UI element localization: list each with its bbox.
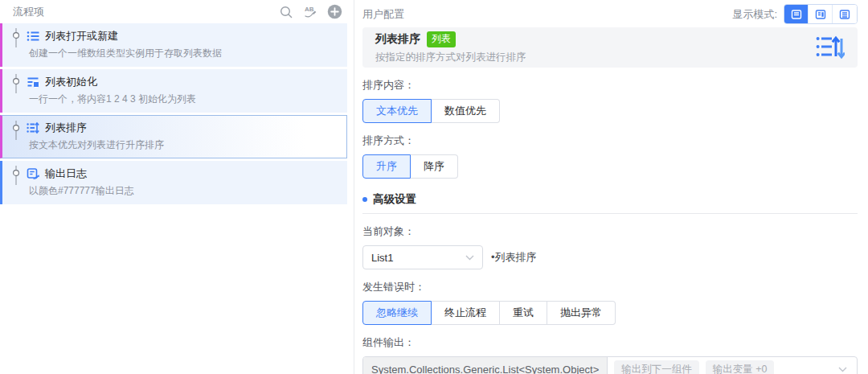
sort-content-option-number-first[interactable]: 数值优先	[432, 99, 500, 123]
current-object-note: •列表排序	[491, 250, 537, 265]
display-mode-split-view-button[interactable]	[809, 5, 833, 23]
timeline-node-icon	[12, 27, 20, 48]
current-object-row: List1 •列表排序	[362, 245, 858, 269]
on-error-option-throw-exception[interactable]: 抛出异常	[547, 301, 616, 325]
flow-item-list: 列表打开或新建 创建一个一维数组类型实例用于存取列表数据 列表初始化 一行一个，…	[0, 23, 354, 204]
flow-item-title: 输出日志	[45, 166, 87, 181]
flow-item-title: 列表排序	[45, 121, 87, 135]
display-mode-label: 显示模式:	[732, 7, 777, 22]
flow-panel-title: 流程项	[13, 5, 279, 19]
component-title: 列表排序	[375, 32, 420, 47]
advanced-settings-header: 高级设置	[362, 192, 858, 207]
flow-item-title: 列表打开或新建	[45, 29, 118, 43]
section-divider	[362, 213, 858, 214]
list-icon	[27, 30, 39, 43]
add-flow-item-icon[interactable]	[327, 4, 342, 19]
log-icon	[27, 167, 39, 180]
timeline-node-icon	[12, 120, 20, 141]
current-object-select[interactable]: List1	[362, 245, 483, 269]
component-summary-card: 列表排序 列表 按指定的排序方式对列表进行排序	[362, 27, 858, 68]
on-error-option-retry[interactable]: 重试	[500, 301, 547, 325]
sort-content-group: 文本优先 数值优先	[362, 99, 858, 123]
sort-method-group: 升序 降序	[362, 154, 858, 179]
flow-item-desc: 按文本优先对列表进行升序排序	[29, 138, 342, 152]
timeline-node-icon	[12, 73, 20, 94]
flow-item-list-init[interactable]: 列表初始化 一行一个，将内容1 2 4 3 初始化为列表	[0, 69, 347, 113]
list-sort-large-icon	[816, 34, 845, 61]
flow-item-desc: 创建一个一维数组类型实例用于存取列表数据	[29, 47, 342, 60]
flow-item-desc: 一行一个，将内容1 2 4 3 初始化为列表	[29, 92, 342, 106]
flow-items-panel: 流程项 AB 列表打开或新建 创建一个一维数组类型	[0, 0, 354, 374]
sort-method-option-descending[interactable]: 降序	[411, 154, 458, 179]
sort-method-label: 排序方式：	[362, 134, 858, 148]
svg-text:AB: AB	[305, 6, 314, 13]
current-object-label: 当前对象：	[362, 224, 858, 239]
output-type-tag: System.Collections.Generic.List<System.O…	[363, 357, 608, 374]
flow-item-list-open[interactable]: 列表打开或新建 创建一个一维数组类型实例用于存取列表数据	[0, 23, 347, 67]
display-mode-list-view-button[interactable]	[833, 5, 857, 23]
component-summary-text: 列表排序 列表 按指定的排序方式对列表进行排序	[375, 31, 816, 64]
flow-panel-actions: AB	[279, 4, 342, 19]
display-mode-toggle-group	[784, 4, 858, 24]
bullet-dot-icon	[362, 197, 367, 202]
advanced-settings-label: 高级设置	[373, 192, 416, 207]
list-init-icon	[27, 76, 39, 88]
card-view-icon	[791, 9, 802, 20]
list-sort-icon	[27, 121, 39, 134]
flow-panel-header: 流程项 AB	[0, 0, 354, 23]
component-output-select[interactable]: System.Collections.Generic.List<System.O…	[362, 356, 858, 374]
timeline-node-icon	[12, 165, 20, 186]
rename-icon[interactable]: AB	[302, 5, 318, 19]
component-category-badge: 列表	[427, 31, 456, 47]
chevron-down-icon	[465, 255, 474, 261]
flow-item-output-log[interactable]: 输出日志 以颜色#777777输出日志	[0, 161, 347, 204]
component-desc: 按指定的排序方式对列表进行排序	[375, 51, 816, 64]
output-chip-variables[interactable]: 输出变量 +0	[706, 360, 775, 374]
sort-content-option-text-first[interactable]: 文本优先	[362, 99, 432, 123]
sort-content-label: 排序内容：	[362, 78, 858, 92]
flow-item-list-sort[interactable]: 列表排序 按文本优先对列表进行升序排序	[0, 115, 347, 158]
app-window: 流程项 AB 列表打开或新建 创建一个一维数组类型	[0, 0, 868, 374]
on-error-option-stop-flow[interactable]: 终止流程	[432, 301, 500, 325]
current-object-value: List1	[371, 252, 393, 264]
on-error-label: 发生错误时：	[362, 280, 858, 294]
component-output-label: 组件输出：	[362, 335, 858, 350]
chevron-down-icon	[838, 367, 847, 372]
user-config-panel: 用户配置 显示模式: 列表排序 列表 按指定的排序方式对列	[354, 0, 868, 374]
config-panel-header: 用户配置 显示模式:	[362, 4, 858, 24]
config-panel-title: 用户配置	[362, 7, 732, 22]
flow-item-desc: 以颜色#777777输出日志	[29, 184, 342, 198]
sort-method-option-ascending[interactable]: 升序	[362, 154, 411, 179]
on-error-option-ignore-continue[interactable]: 忽略继续	[362, 301, 432, 325]
search-icon[interactable]	[279, 5, 293, 19]
output-chip-next-component[interactable]: 输出到下一组件	[614, 360, 699, 374]
flow-item-title: 列表初始化	[45, 75, 97, 89]
list-view-icon	[839, 9, 850, 20]
display-mode-card-view-button[interactable]	[784, 5, 809, 23]
split-view-icon	[815, 9, 826, 20]
on-error-group: 忽略继续 终止流程 重试 抛出异常	[362, 301, 858, 325]
